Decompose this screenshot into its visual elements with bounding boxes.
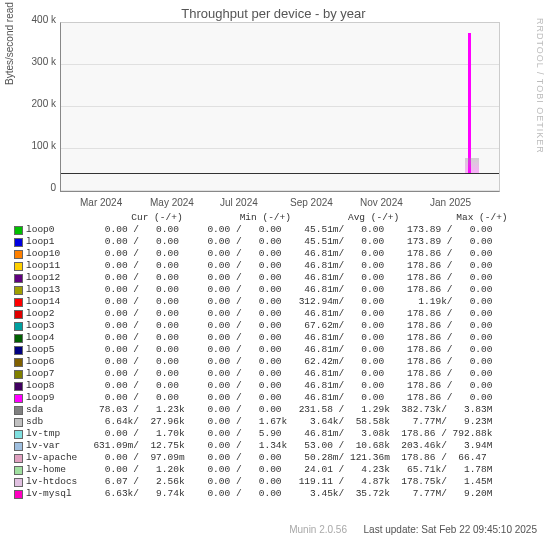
x-tick: May 2024 (150, 197, 194, 208)
series-values: 0.00 / 0.00 0.00 / 0.00 45.51m/ 0.00 173… (82, 236, 539, 248)
legend-row: lv-htdocs 6.07 / 2.56k 0.00 / 0.00 119.1… (10, 476, 539, 488)
series-name: loop9 (26, 392, 82, 404)
series-values: 0.00 / 0.00 0.00 / 0.00 312.94m/ 0.00 1.… (82, 296, 539, 308)
series-name: loop13 (26, 284, 82, 296)
legend-row: lv-home 0.00 / 1.20k 0.00 / 0.00 24.01 /… (10, 464, 539, 476)
x-tick: Nov 2024 (360, 197, 403, 208)
munin-version: Munin 2.0.56 (289, 524, 347, 535)
legend-row: loop14 0.00 / 0.00 0.00 / 0.00 312.94m/ … (10, 296, 539, 308)
color-swatch (14, 418, 23, 427)
legend-row: loop5 0.00 / 0.00 0.00 / 0.00 46.81m/ 0.… (10, 344, 539, 356)
series-name: loop0 (26, 224, 82, 236)
color-swatch (14, 262, 23, 271)
series-values: 0.00 / 0.00 0.00 / 0.00 46.81m/ 0.00 178… (82, 248, 539, 260)
series-values: 0.00 / 0.00 0.00 / 0.00 46.81m/ 0.00 178… (82, 260, 539, 272)
series-name: loop14 (26, 296, 82, 308)
series-name: loop2 (26, 308, 82, 320)
series-values: 0.00 / 0.00 0.00 / 0.00 45.51m/ 0.00 173… (82, 224, 539, 236)
series-values: 0.00 / 0.00 0.00 / 0.00 46.81m/ 0.00 178… (82, 332, 539, 344)
legend-row: loop13 0.00 / 0.00 0.00 / 0.00 46.81m/ 0… (10, 284, 539, 296)
legend-row: loop7 0.00 / 0.00 0.00 / 0.00 46.81m/ 0.… (10, 368, 539, 380)
series-values: 0.00 / 0.00 0.00 / 0.00 46.81m/ 0.00 178… (82, 308, 539, 320)
legend-table: Cur (-/+) Min (-/+) Avg (-/+) Max (-/+) … (10, 212, 539, 500)
series-values: 0.00 / 0.00 0.00 / 0.00 46.81m/ 0.00 178… (82, 272, 539, 284)
y-axis-label: Bytes/second read (-) / write (+) (4, 0, 15, 85)
rrdtool-watermark: RRDTOOL / TOBI OETIKER (535, 18, 545, 154)
legend-row: lv-tmp 0.00 / 1.70k 0.00 / 5.90 46.81m/ … (10, 428, 539, 440)
color-swatch (14, 382, 23, 391)
series-name: lv-apache (26, 452, 82, 464)
zero-line (61, 173, 499, 174)
series-name: loop7 (26, 368, 82, 380)
y-tick: 200 k (18, 98, 56, 109)
series-name: loop1 (26, 236, 82, 248)
series-values: 0.00 / 0.00 0.00 / 0.00 62.42m/ 0.00 178… (82, 356, 539, 368)
series-values: 78.03 / 1.23k 0.00 / 0.00 231.58 / 1.29k… (82, 404, 539, 416)
legend-row: loop11 0.00 / 0.00 0.00 / 0.00 46.81m/ 0… (10, 260, 539, 272)
color-swatch (14, 442, 23, 451)
color-swatch (14, 286, 23, 295)
y-tick: 300 k (18, 56, 56, 67)
color-swatch (14, 358, 23, 367)
color-swatch (14, 406, 23, 415)
color-swatch (14, 250, 23, 259)
legend-row: loop9 0.00 / 0.00 0.00 / 0.00 46.81m/ 0.… (10, 392, 539, 404)
color-swatch (14, 430, 23, 439)
legend-row: lv-apache 0.00 / 97.09m 0.00 / 0.00 50.2… (10, 452, 539, 464)
legend-row: lv-mysql 6.63k/ 9.74k 0.00 / 0.00 3.45k/… (10, 488, 539, 500)
data-spike (468, 33, 471, 173)
series-name: loop8 (26, 380, 82, 392)
series-values: 0.00 / 0.00 0.00 / 0.00 46.81m/ 0.00 178… (82, 368, 539, 380)
legend-row: loop4 0.00 / 0.00 0.00 / 0.00 46.81m/ 0.… (10, 332, 539, 344)
series-name: lv-home (26, 464, 82, 476)
series-name: lv-mysql (26, 488, 82, 500)
legend-row: loop3 0.00 / 0.00 0.00 / 0.00 67.62m/ 0.… (10, 320, 539, 332)
series-values: 0.00 / 1.70k 0.00 / 5.90 46.81m/ 3.08k 1… (82, 428, 539, 440)
color-swatch (14, 346, 23, 355)
color-swatch (14, 454, 23, 463)
color-swatch (14, 478, 23, 487)
legend-row: loop6 0.00 / 0.00 0.00 / 0.00 62.42m/ 0.… (10, 356, 539, 368)
series-name: loop5 (26, 344, 82, 356)
x-tick: Jul 2024 (220, 197, 258, 208)
series-values: 6.63k/ 9.74k 0.00 / 0.00 3.45k/ 35.72k 7… (82, 488, 539, 500)
series-values: 0.00 / 97.09m 0.00 / 0.00 50.28m/ 121.36… (82, 452, 539, 464)
color-swatch (14, 298, 23, 307)
series-values: 0.00 / 1.20k 0.00 / 0.00 24.01 / 4.23k 6… (82, 464, 539, 476)
series-values: 0.00 / 0.00 0.00 / 0.00 46.81m/ 0.00 178… (82, 344, 539, 356)
color-swatch (14, 334, 23, 343)
color-swatch (14, 490, 23, 499)
series-values: 0.00 / 0.00 0.00 / 0.00 46.81m/ 0.00 178… (82, 284, 539, 296)
series-name: loop6 (26, 356, 82, 368)
series-name: loop4 (26, 332, 82, 344)
series-values: 0.00 / 0.00 0.00 / 0.00 67.62m/ 0.00 178… (82, 320, 539, 332)
series-name: lv-tmp (26, 428, 82, 440)
color-swatch (14, 226, 23, 235)
data-activity (465, 158, 479, 173)
color-swatch (14, 394, 23, 403)
color-swatch (14, 370, 23, 379)
legend-row: loop2 0.00 / 0.00 0.00 / 0.00 46.81m/ 0.… (10, 308, 539, 320)
y-tick: 0 (18, 182, 56, 193)
series-values: 631.09m/ 12.75k 0.00 / 1.34k 53.00 / 10.… (82, 440, 539, 452)
legend-row: sda 78.03 / 1.23k 0.00 / 0.00 231.58 / 1… (10, 404, 539, 416)
series-values: 0.00 / 0.00 0.00 / 0.00 46.81m/ 0.00 178… (82, 392, 539, 404)
x-tick: Sep 2024 (290, 197, 333, 208)
series-name: loop10 (26, 248, 82, 260)
series-name: loop3 (26, 320, 82, 332)
color-swatch (14, 238, 23, 247)
y-tick: 100 k (18, 140, 56, 151)
legend-row: loop1 0.00 / 0.00 0.00 / 0.00 45.51m/ 0.… (10, 236, 539, 248)
last-update-text: Last update: Sat Feb 22 09:45:10 2025 (364, 524, 537, 535)
series-name: sdb (26, 416, 82, 428)
series-values: 6.64k/ 27.96k 0.00 / 1.67k 3.64k/ 58.58k… (82, 416, 539, 428)
legend-row: loop8 0.00 / 0.00 0.00 / 0.00 46.81m/ 0.… (10, 380, 539, 392)
series-values: 0.00 / 0.00 0.00 / 0.00 46.81m/ 0.00 178… (82, 380, 539, 392)
color-swatch (14, 274, 23, 283)
x-tick: Mar 2024 (80, 197, 122, 208)
series-name: loop12 (26, 272, 82, 284)
series-name: loop11 (26, 260, 82, 272)
legend-row: lv-var 631.09m/ 12.75k 0.00 / 1.34k 53.0… (10, 440, 539, 452)
series-values: 6.07 / 2.56k 0.00 / 0.00 119.11 / 4.87k … (82, 476, 539, 488)
legend-row: loop10 0.00 / 0.00 0.00 / 0.00 46.81m/ 0… (10, 248, 539, 260)
